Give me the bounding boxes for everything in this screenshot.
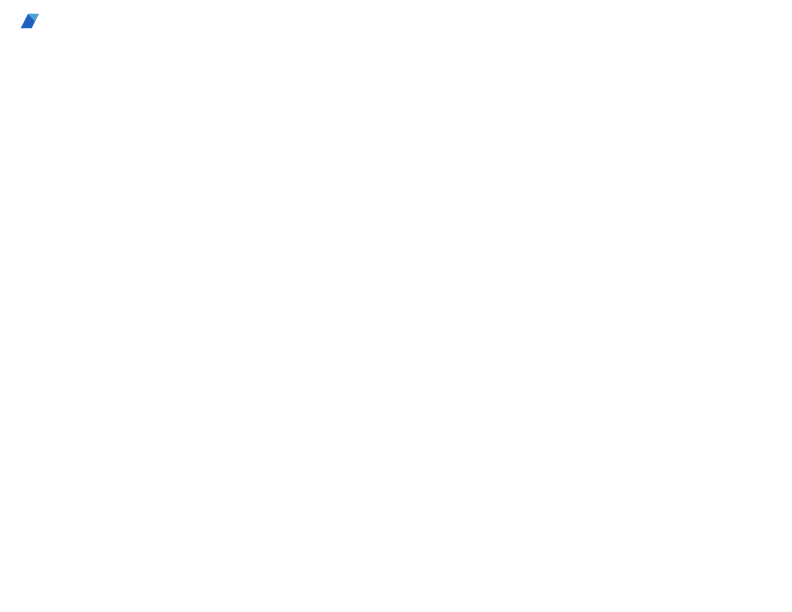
header — [15, 10, 777, 32]
logo — [15, 10, 39, 32]
logo-icon — [17, 10, 39, 32]
